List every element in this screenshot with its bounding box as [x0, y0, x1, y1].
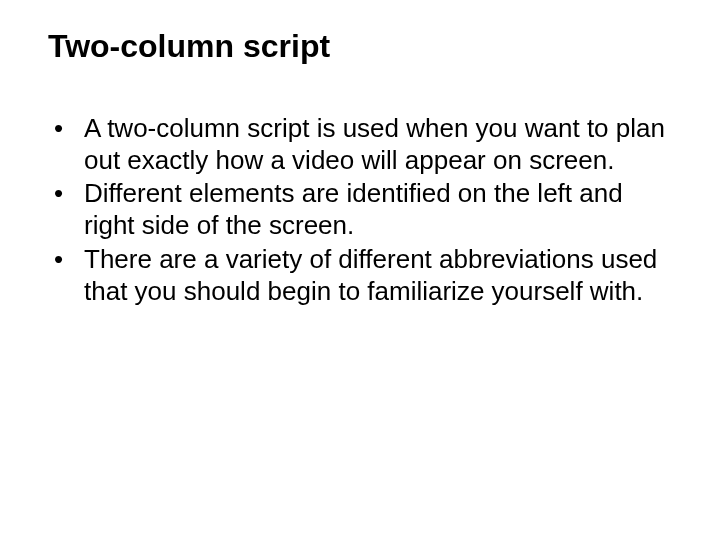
slide-title: Two-column script [48, 28, 672, 65]
slide: Two-column script A two-column script is… [0, 0, 720, 540]
bullet-list: A two-column script is used when you wan… [48, 113, 672, 307]
list-item: There are a variety of different abbrevi… [48, 244, 672, 307]
list-item: Different elements are identified on the… [48, 178, 672, 241]
list-item: A two-column script is used when you wan… [48, 113, 672, 176]
